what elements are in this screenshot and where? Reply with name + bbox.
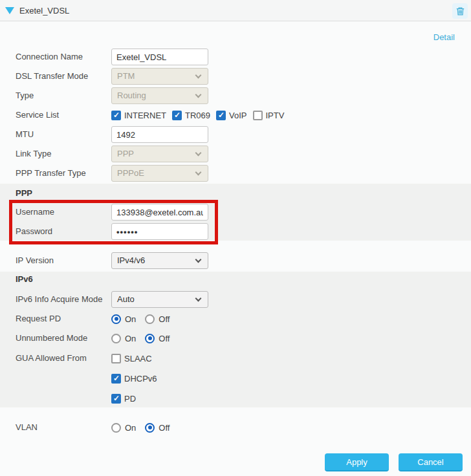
mtu-label: MTU	[16, 126, 34, 143]
connection-name-input[interactable]	[111, 49, 208, 65]
unnumbered-mode-radio-group: On Off	[111, 330, 170, 347]
unnumbered-mode-on-option[interactable]: On	[111, 334, 136, 343]
mtu-row: MTU	[0, 126, 471, 143]
connection-header: Exetel_VDSL	[0, 0, 471, 21]
gua-pd-option[interactable]: PD	[111, 394, 136, 404]
service-tr069-option[interactable]: TR069	[172, 111, 210, 120]
vlan-on-radio[interactable]	[111, 423, 121, 433]
link-type-label: Link Type	[16, 146, 51, 162]
connection-name-row: Connection Name	[0, 49, 471, 65]
type-select: Routing	[111, 87, 208, 104]
voip-checkbox[interactable]	[216, 111, 226, 120]
service-iptv-option[interactable]: IPTV	[253, 111, 285, 120]
service-internet-option[interactable]: INTERNET	[111, 111, 166, 120]
chevron-down-icon	[195, 92, 202, 98]
request-pd-row: Request PD On Off	[0, 310, 471, 327]
chevron-down-icon	[195, 169, 202, 176]
internet-checkbox[interactable]	[111, 111, 121, 120]
link-type-row: Link Type PPP	[0, 146, 471, 162]
username-row: Username	[0, 204, 471, 221]
gua-dhcpv6-option[interactable]: DHCPv6	[111, 374, 157, 384]
ipv6-acquire-mode-select[interactable]: Auto	[111, 291, 208, 308]
pd-checkbox[interactable]	[111, 394, 121, 404]
unnumbered-mode-row: Unnumbered Mode On Off	[0, 330, 471, 347]
cancel-button[interactable]: Cancel	[399, 453, 463, 471]
detail-link[interactable]: Detail	[433, 32, 455, 42]
service-list-row: Service List INTERNET TR069 VoIP IPTV	[0, 107, 471, 124]
request-pd-on-option[interactable]: On	[111, 314, 136, 324]
type-label: Type	[16, 87, 34, 104]
ppp-transfer-type-row: PPP Transfer Type PPPoE	[0, 165, 471, 182]
vlan-label: VLAN	[16, 419, 38, 436]
vlan-off-option[interactable]: Off	[145, 423, 170, 433]
username-input[interactable]	[111, 204, 208, 221]
unnumbered-mode-off-option[interactable]: Off	[145, 334, 170, 343]
dhcpv6-checkbox[interactable]	[111, 374, 121, 384]
unnumbered-mode-on-radio[interactable]	[111, 334, 121, 343]
ip-version-select[interactable]: IPv4/v6	[111, 252, 208, 269]
vlan-on-option[interactable]: On	[111, 423, 136, 433]
gua-slaac-group: SLAAC	[111, 350, 152, 367]
ppp-section-title: PPP	[16, 188, 32, 198]
username-label: Username	[16, 204, 54, 221]
password-label: Password	[16, 223, 52, 240]
unnumbered-mode-label: Unnumbered Mode	[16, 330, 87, 347]
connection-name-label: Connection Name	[16, 49, 83, 65]
mtu-input[interactable]	[111, 126, 208, 143]
service-voip-option[interactable]: VoIP	[216, 111, 246, 120]
dsl-transfer-mode-label: DSL Transfer Mode	[16, 68, 88, 85]
ipv6-acquire-mode-label: IPv6 Info Acquire Mode	[16, 291, 102, 308]
ip-version-row: IP Version IPv4/v6	[0, 252, 471, 269]
ip-version-label: IP Version	[16, 252, 54, 269]
request-pd-off-option[interactable]: Off	[145, 314, 170, 324]
collapse-triangle-icon[interactable]	[5, 7, 14, 14]
vdsl-connection-panel: Exetel_VDSL Detail Connection Name DSL T…	[0, 0, 471, 476]
gua-dhcpv6-group: DHCPv6	[111, 370, 157, 387]
tr069-checkbox[interactable]	[172, 111, 182, 120]
password-row: Password	[0, 223, 471, 240]
service-list-label: Service List	[16, 107, 59, 124]
dsl-transfer-mode-select: PTM	[111, 68, 208, 85]
chevron-down-icon	[195, 72, 202, 79]
type-row: Type Routing	[0, 87, 471, 104]
request-pd-off-radio[interactable]	[145, 314, 155, 324]
vlan-radio-group: On Off	[111, 419, 170, 436]
gua-allowed-from-label: GUA Allowed From	[16, 350, 87, 367]
slaac-checkbox[interactable]	[111, 354, 121, 363]
ipv6-acquire-mode-row: IPv6 Info Acquire Mode Auto	[0, 291, 471, 308]
request-pd-label: Request PD	[16, 310, 61, 327]
iptv-checkbox[interactable]	[253, 111, 263, 120]
chevron-down-icon	[195, 150, 202, 157]
dsl-transfer-mode-row: DSL Transfer Mode PTM	[0, 68, 471, 85]
request-pd-on-radio[interactable]	[111, 314, 121, 324]
ipv6-section-title: IPv6	[16, 274, 33, 284]
vlan-row: VLAN On Off	[0, 419, 471, 436]
gua-slaac-row: GUA Allowed From SLAAC	[0, 350, 471, 367]
ppp-transfer-type-label: PPP Transfer Type	[16, 165, 86, 182]
apply-button[interactable]: Apply	[325, 453, 389, 471]
link-type-select: PPP	[111, 146, 208, 162]
ppp-transfer-type-select: PPPoE	[111, 165, 208, 182]
service-list-checkbox-group: INTERNET TR069 VoIP IPTV	[111, 107, 284, 124]
vlan-off-radio[interactable]	[145, 423, 155, 433]
gua-slaac-option[interactable]: SLAAC	[111, 354, 152, 363]
request-pd-radio-group: On Off	[111, 310, 170, 327]
gua-dhcpv6-row: DHCPv6	[0, 370, 471, 387]
chevron-down-icon	[195, 296, 202, 302]
connection-title: Exetel_VDSL	[19, 0, 69, 21]
gua-pd-group: PD	[111, 390, 136, 407]
chevron-down-icon	[195, 257, 202, 263]
unnumbered-mode-off-radio[interactable]	[145, 334, 155, 343]
trash-icon	[455, 6, 466, 17]
password-input[interactable]	[111, 223, 208, 240]
gua-pd-row: PD	[0, 390, 471, 407]
delete-button[interactable]	[452, 3, 468, 19]
